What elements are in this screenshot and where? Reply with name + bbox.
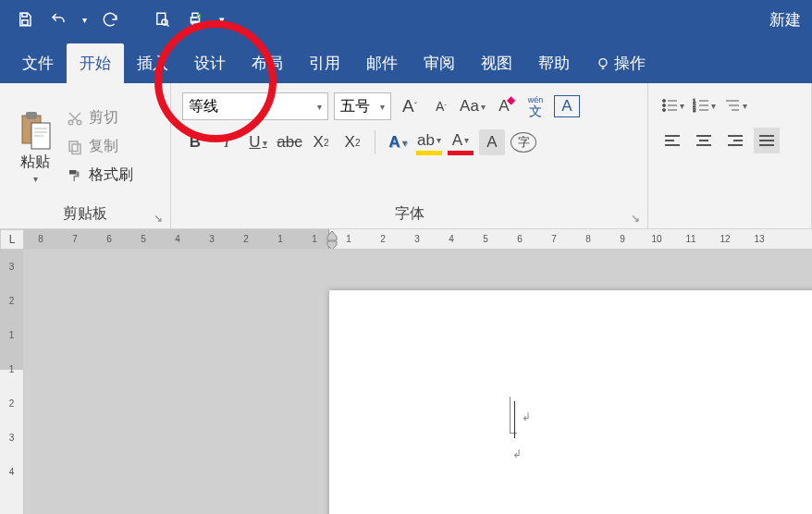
grow-font-icon[interactable]: Aˇ xyxy=(397,93,423,119)
highlight-icon[interactable]: ab xyxy=(416,129,442,155)
qat-customize-icon[interactable]: ▾ xyxy=(215,6,229,33)
svg-rect-0 xyxy=(22,13,27,17)
ribbon-tabs: 文件 开始 插入 设计 布局 引用 邮件 审阅 视图 帮助 操作 xyxy=(0,39,812,83)
group-paragraph: 123 xyxy=(648,83,812,228)
group-clipboard: 粘贴 ▾ 剪切 复制 格式刷 剪贴板 ↘ xyxy=(0,83,171,228)
paste-label[interactable]: 粘贴 xyxy=(20,153,50,172)
tab-design[interactable]: 设计 xyxy=(181,43,239,83)
font-name-combo[interactable]: 等线 ▾ xyxy=(182,92,328,120)
subscript-icon[interactable]: X2 xyxy=(308,129,334,155)
text-cursor xyxy=(514,401,515,438)
svg-point-18 xyxy=(662,109,665,112)
numbering-icon[interactable]: 123 xyxy=(691,92,717,118)
chevron-down-icon: ▾ xyxy=(380,102,385,112)
svg-rect-2 xyxy=(157,13,166,24)
print-preview-icon[interactable] xyxy=(148,6,176,33)
clipboard-launcher-icon[interactable]: ↘ xyxy=(152,212,165,225)
tab-home[interactable]: 开始 xyxy=(67,43,124,83)
char-border-icon[interactable]: A xyxy=(554,95,580,117)
tab-tellme-label: 操作 xyxy=(614,53,646,74)
copy-button[interactable]: 复制 xyxy=(67,137,133,156)
svg-rect-1 xyxy=(22,20,28,25)
horizontal-ruler[interactable]: 87654321112345678910111213 xyxy=(24,229,812,250)
format-painter-button[interactable]: 格式刷 xyxy=(67,165,133,185)
paragraph-mark-icon: ↲ xyxy=(522,410,531,423)
paragraph-mark-icon: ↲ xyxy=(512,447,522,460)
svg-marker-23 xyxy=(327,241,337,250)
chevron-down-icon: ▾ xyxy=(317,102,322,112)
tab-references[interactable]: 引用 xyxy=(296,43,353,83)
quick-access-toolbar: ▾ ▾ 新建 xyxy=(0,0,812,39)
text-effects-icon[interactable]: A xyxy=(385,129,411,155)
copy-label: 复制 xyxy=(89,137,118,156)
group-font: 等线 ▾ 五号 ▾ Aˇ Aˇ Aa A◆ wén 文 A xyxy=(171,83,648,228)
superscript-icon[interactable]: X2 xyxy=(339,129,365,155)
page: ↲ ↲ xyxy=(329,290,812,514)
align-right-icon[interactable] xyxy=(722,128,748,153)
group-font-label: 字体 xyxy=(395,205,424,221)
format-painter-label: 格式刷 xyxy=(89,165,133,185)
enclose-char-icon[interactable]: 字 xyxy=(511,132,536,153)
document-area[interactable]: ↲ ↲ xyxy=(24,250,812,514)
undo-icon[interactable] xyxy=(44,6,72,33)
align-center-icon[interactable] xyxy=(691,128,717,153)
cut-button[interactable]: 剪切 xyxy=(67,108,133,128)
svg-rect-14 xyxy=(69,141,78,152)
multilevel-list-icon[interactable] xyxy=(722,92,748,118)
quick-print-icon[interactable] xyxy=(181,6,209,33)
tab-file[interactable]: 文件 xyxy=(9,43,67,83)
font-launcher-icon[interactable]: ↘ xyxy=(629,212,642,225)
paste-dropdown-icon[interactable]: ▾ xyxy=(33,174,38,184)
undo-dropdown-icon[interactable]: ▾ xyxy=(78,6,91,33)
justify-icon[interactable] xyxy=(754,128,780,153)
svg-text:3: 3 xyxy=(693,107,696,113)
save-icon[interactable] xyxy=(11,6,39,33)
tab-tellme[interactable]: 操作 xyxy=(583,43,658,83)
font-size-combo[interactable]: 五号 ▾ xyxy=(334,92,391,120)
strikethrough-icon[interactable]: abc xyxy=(277,129,302,155)
bold-icon[interactable]: B xyxy=(182,129,208,155)
ribbon: 粘贴 ▾ 剪切 复制 格式刷 剪贴板 ↘ xyxy=(0,83,812,229)
svg-point-8 xyxy=(599,58,607,66)
bullets-icon[interactable] xyxy=(659,92,685,118)
char-shading-icon[interactable]: A xyxy=(479,129,505,155)
vertical-ruler[interactable]: 3211234 xyxy=(0,250,24,514)
tab-mailings[interactable]: 邮件 xyxy=(353,43,411,83)
tab-layout[interactable]: 布局 xyxy=(239,43,296,83)
font-size-value: 五号 xyxy=(340,97,370,116)
clear-format-icon[interactable]: A◆ xyxy=(491,93,517,119)
svg-point-16 xyxy=(662,100,665,103)
underline-icon[interactable]: U xyxy=(245,129,271,155)
redo-icon[interactable] xyxy=(96,6,124,33)
cut-label: 剪切 xyxy=(89,108,118,128)
group-clipboard-label: 剪贴板 xyxy=(63,205,107,221)
tab-insert[interactable]: 插入 xyxy=(124,43,181,83)
align-left-icon[interactable] xyxy=(659,128,685,153)
phonetic-guide-icon[interactable]: wén 文 xyxy=(523,93,548,119)
tab-review[interactable]: 审阅 xyxy=(411,43,468,83)
svg-rect-10 xyxy=(26,112,37,119)
svg-point-17 xyxy=(662,104,665,107)
shrink-font-icon[interactable]: Aˇ xyxy=(428,93,454,119)
tab-help[interactable]: 帮助 xyxy=(525,43,583,83)
tab-view[interactable]: 视图 xyxy=(468,43,525,83)
new-document-label[interactable]: 新建 xyxy=(769,9,801,31)
svg-rect-15 xyxy=(72,144,80,154)
font-color-icon[interactable]: A xyxy=(448,129,474,155)
ruler-corner[interactable]: L xyxy=(0,229,24,250)
svg-marker-22 xyxy=(327,231,337,240)
italic-icon[interactable]: I xyxy=(214,129,240,155)
paste-icon[interactable] xyxy=(18,110,52,151)
change-case-icon[interactable]: Aa xyxy=(460,93,486,119)
workspace: L 87654321112345678910111213 3211234 ↲ ↲ xyxy=(0,229,812,514)
font-name-value: 等线 xyxy=(189,97,218,116)
